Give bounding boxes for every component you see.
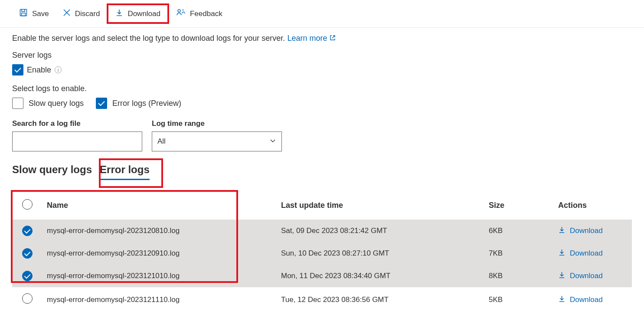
discard-button[interactable]: Discard [56,5,107,22]
row-size: 6KB [484,220,554,242]
select-all-radio[interactable] [22,199,33,210]
tab-slow-query[interactable]: Slow query logs [12,161,92,178]
save-label: Save [32,10,49,18]
row-download-link[interactable]: Download [558,271,603,281]
row-size: 8KB [484,265,554,287]
download-icon [558,249,566,258]
slow-query-checkbox[interactable] [12,98,23,109]
description-line: Enable the server logs and select the lo… [12,34,632,43]
download-button[interactable]: Download [107,3,169,24]
row-download-link[interactable]: Download [558,295,603,305]
toolbar: Save Discard Download Feedback [0,0,644,28]
description-text: Enable the server logs and select the lo… [12,34,285,43]
learn-more-label: Learn more [287,34,327,43]
feedback-label: Feedback [190,10,222,18]
table-row[interactable]: mysql-error-demomysql-2023121010.logMon,… [12,265,632,287]
row-download-link[interactable]: Download [558,226,603,236]
row-select-radio[interactable] [22,226,33,236]
row-name: mysql-error-demomysql-2023121010.log [42,265,277,287]
row-size: 7KB [484,242,554,265]
svg-point-3 [183,10,184,11]
external-link-icon [330,34,336,43]
close-icon [63,9,71,19]
time-range-label: Log time range [152,119,282,128]
select-logs-label: Select logs to enable. [12,84,632,93]
row-time: Sat, 09 Dec 2023 08:21:42 GMT [277,220,484,242]
server-logs-label: Server logs [12,51,632,60]
feedback-button[interactable]: Feedback [169,5,229,23]
save-button[interactable]: Save [12,5,56,23]
table-row[interactable]: mysql-error-demomysql-2023120810.logSat,… [12,220,632,242]
row-name: mysql-error-demomysql-2023120810.log [42,220,277,242]
search-input[interactable] [12,131,142,151]
row-select-radio[interactable] [22,271,33,281]
save-icon [19,8,28,19]
download-icon [558,295,566,305]
row-select-radio[interactable] [22,293,33,304]
col-update[interactable]: Last update time [277,191,484,220]
download-label: Download [127,10,160,18]
time-range-select[interactable]: All [152,131,282,151]
search-label: Search for a log file [12,119,142,128]
enable-label: Enable [27,66,51,75]
error-logs-label: Error logs (Preview) [112,99,181,108]
row-download-link[interactable]: Download [558,249,603,258]
row-select-radio[interactable] [22,248,33,259]
table-row[interactable]: mysql-error-demomysql-2023121110.logTue,… [12,287,632,312]
download-label: Download [570,272,603,280]
download-icon [558,226,566,236]
download-label: Download [570,227,603,235]
download-label: Download [570,295,603,304]
slow-query-label: Slow query logs [29,99,84,108]
col-size[interactable]: Size [484,191,554,220]
row-size: 5KB [484,287,554,312]
tab-error-logs[interactable]: Error logs [100,161,150,178]
info-icon[interactable]: i [55,66,62,73]
svg-rect-1 [22,13,26,16]
row-time: Tue, 12 Dec 2023 08:36:56 GMT [277,287,484,312]
chevron-down-icon [269,137,276,146]
error-logs-checkbox[interactable] [96,98,107,109]
row-time: Mon, 11 Dec 2023 08:34:40 GMT [277,265,484,287]
enable-checkbox[interactable] [12,64,23,76]
download-icon [115,9,123,19]
log-tabs: Slow query logs Error logs [12,161,150,178]
col-actions: Actions [554,191,632,220]
row-name: mysql-error-demomysql-2023121110.log [42,287,277,312]
col-name[interactable]: Name [42,191,277,220]
row-time: Sun, 10 Dec 2023 08:27:10 GMT [277,242,484,265]
learn-more-link[interactable]: Learn more [287,34,336,43]
download-icon [558,271,566,281]
logs-table: Name Last update time Size Actions mysql… [12,191,632,312]
table-row[interactable]: mysql-error-demomysql-2023120910.logSun,… [12,242,632,265]
row-name: mysql-error-demomysql-2023120910.log [42,242,277,265]
download-label: Download [570,249,603,258]
svg-point-2 [178,10,180,12]
discard-label: Discard [75,10,100,18]
time-range-value: All [157,137,166,146]
feedback-icon [176,8,186,19]
